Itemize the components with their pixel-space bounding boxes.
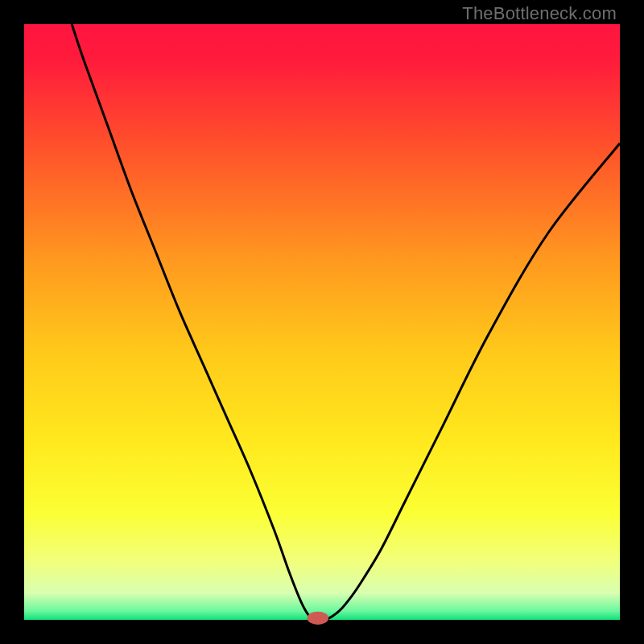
chart-area	[24, 24, 620, 620]
minimum-marker	[308, 612, 329, 625]
watermark-text: TheBottleneck.com	[462, 3, 617, 24]
bottleneck-curve	[72, 24, 620, 620]
chart-curve-layer	[24, 24, 620, 620]
